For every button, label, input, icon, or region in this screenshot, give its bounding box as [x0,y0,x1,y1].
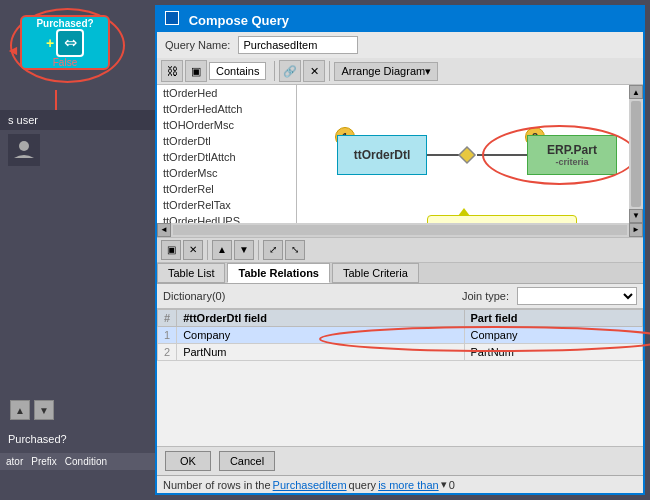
status-middle: query [349,479,377,491]
table-row[interactable]: 1 Company Company [158,326,643,343]
query-name-row: Query Name: [157,32,643,58]
arrow-left-indicator: ◄ [6,42,20,58]
canvas-connector2 [477,154,527,156]
toolbar-btn-chain[interactable]: ⛓ [161,60,183,82]
compose-query-dialog: Compose Query Query Name: ⛓ ▣ Contains 🔗… [155,5,645,495]
bt-btn4[interactable]: ▼ [234,240,254,260]
tooltip-bubble: Joined tt table to a regular database ta… [427,215,577,223]
arrow-icon: ⇔ [56,29,84,57]
header-condition: Condition [65,456,107,467]
bt-divider2 [258,240,259,260]
list-item[interactable]: ttOrderDtl [157,133,296,149]
svg-marker-1 [459,147,475,163]
col-partfield: Part field [464,309,643,326]
dialog-title-left: Compose Query [165,11,289,28]
table-section: # #ttOrderDtl field Part field 1 Company… [157,309,643,361]
list-item[interactable]: ttOHOrderMsc [157,117,296,133]
canvas-node-tt[interactable]: ttOrderDtl [337,135,427,175]
user-bar: s user [0,110,155,130]
header-ator: ator [6,456,23,467]
canvas-vscroll: ▲ ▼ [629,85,643,223]
plus-icon: + [46,35,54,51]
bt-btn3[interactable]: ▲ [212,240,232,260]
scroll-thumb[interactable] [631,101,641,207]
tab-table-criteria[interactable]: Table Criteria [332,263,419,283]
list-item[interactable]: ttOrderHedAttch [157,101,296,117]
list-item[interactable]: ttOrderRelTax [157,197,296,213]
canvas-node-erp[interactable]: ERP.Part -criteria [527,135,617,175]
toolbar-btn-link[interactable]: 🔗 [279,60,301,82]
toolbar-btn-square[interactable]: ▣ [185,60,207,82]
diamond-join [457,145,477,165]
relations-table: # #ttOrderDtl field Part field 1 Company… [157,309,643,361]
scroll-down-arrow[interactable]: ▼ [629,209,643,223]
arrange-diagram-btn[interactable]: Arrange Diagram▾ [334,62,438,81]
bottom-toolbar: ▣ ✕ ▲ ▼ ⤢ ⤡ [157,237,643,263]
left-user-area: s user [0,110,155,170]
ok-cancel-row: OK Cancel [157,446,643,475]
status-bar: Number of rows in the PurchasedItem quer… [157,475,643,493]
svg-point-0 [19,141,29,151]
row1-num: 1 [158,326,177,343]
arrow-down-btn[interactable]: ▼ [34,400,54,420]
bt-btn1[interactable]: ▣ [161,240,181,260]
list-item[interactable]: ttOrderRel [157,181,296,197]
hscroll-right[interactable]: ► [629,223,643,237]
arrow-group: ▲ ▼ [10,400,54,420]
bottom-headers: ator Prefix Condition [0,453,155,470]
filter-row: Dictionary(0) Join type: [157,284,643,309]
status-dropdown[interactable]: ▾ [441,478,447,491]
node-icon-area: + ⇔ [46,29,84,57]
status-link2[interactable]: is more than [378,479,439,491]
arrange-label: Arrange Diagram▾ [341,65,431,78]
dialog-icon [165,11,179,25]
row2-field2: PartNum [464,343,643,360]
header-prefix: Prefix [31,456,57,467]
bt-divider [207,240,208,260]
hscroll-left[interactable]: ◄ [157,223,171,237]
col-hash: # [158,309,177,326]
bt-btn6[interactable]: ⤡ [285,240,305,260]
table-row[interactable]: 2 PartNum PartNum [158,343,643,360]
toolbar-divider2 [329,61,330,81]
bt-btn5[interactable]: ⤢ [263,240,283,260]
toolbar-btn-delete[interactable]: ✕ [303,60,325,82]
table-list-panel: ttOrderHed ttOrderHedAttch ttOHOrderMsc … [157,85,297,223]
dialog-title-text: Compose Query [189,13,289,28]
join-type-select[interactable] [517,287,637,305]
dialog-titlebar: Compose Query [157,7,643,32]
user-icon-box [8,134,40,166]
toolbar-divider1 [274,61,275,81]
node-false-label: False [53,57,77,68]
list-item[interactable]: ttOrderDtlAttch [157,149,296,165]
status-link1[interactable]: PurchasedItem [273,479,347,491]
tab-table-relations[interactable]: Table Relations [227,263,329,283]
toolbar-row: ⛓ ▣ Contains 🔗 ✕ Arrange Diagram▾ [157,58,643,85]
query-name-label: Query Name: [165,39,230,51]
left-panel: ◄ Purchased? + ⇔ False s user ▲ ▼ Purcha… [0,0,155,500]
join-type-label: Join type: [462,290,509,302]
row1-field1: Company [177,326,464,343]
table-relations-area: # #ttOrderDtl field Part field 1 Company… [157,309,643,447]
tab-table-list[interactable]: Table List [157,263,225,283]
row2-num: 2 [158,343,177,360]
list-item[interactable]: ttOrderHed [157,85,296,101]
list-item[interactable]: ttOrderMsc [157,165,296,181]
cancel-button[interactable]: Cancel [219,451,275,471]
list-item[interactable]: ttOrderHedUPS [157,213,296,223]
purchased-node-title: Purchased? [36,18,93,29]
arrow-up-btn[interactable]: ▲ [10,400,30,420]
col-ttfield: #ttOrderDtl field [177,309,464,326]
ok-button[interactable]: OK [165,451,211,471]
content-area: ttOrderHed ttOrderHedAttch ttOHOrderMsc … [157,85,643,223]
row2-field1: PartNum [177,343,464,360]
row1-field2: Company [464,326,643,343]
hscroll-track[interactable] [173,225,627,235]
bt-btn2[interactable]: ✕ [183,240,203,260]
scroll-up-arrow[interactable]: ▲ [629,85,643,99]
purchased-label-bottom: Purchased? [8,433,67,445]
status-prefix: Number of rows in the [163,479,271,491]
query-name-input[interactable] [238,36,358,54]
purchased-node[interactable]: Purchased? + ⇔ False [20,15,110,70]
contains-label: Contains [209,62,266,80]
